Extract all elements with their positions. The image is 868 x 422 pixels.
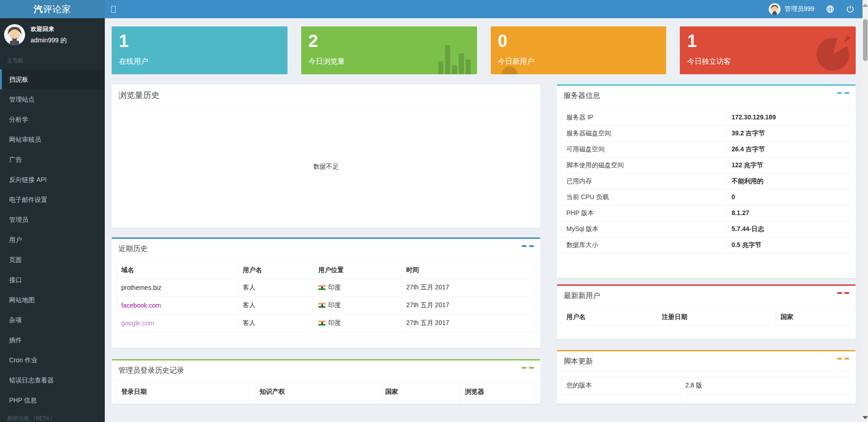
row-value: 8.1.27: [726, 206, 851, 221]
table-header-row: 登录日期 知识产权 国家 浏览器: [117, 384, 536, 401]
panel-title: 最新新用户: [564, 292, 600, 299]
cell-time: 27th 五月 2017: [401, 297, 535, 314]
india-flag-icon: [318, 303, 326, 308]
stat-box-online-users: 1 在线用户: [112, 26, 288, 74]
server-info-row: 服务器磁盘空间39.2 吉字节: [561, 125, 851, 141]
server-info-row: MySql 版本5.7.44-日志: [561, 221, 851, 237]
user-menu[interactable]: 管理员999: [769, 3, 814, 15]
panel-collapse-control[interactable]: [837, 92, 849, 94]
collapse-dash-icon: [844, 292, 849, 294]
main-content: 挡泥板 控制面板 管理 > 挡泥板 1 在线用户 2 今日浏览量 0 今日新用户: [105, 0, 868, 404]
menu-icon[interactable]: [111, 6, 116, 13]
cell-username: 客人: [238, 297, 313, 314]
scrollbar-thumb[interactable]: [863, 19, 868, 61]
domain-link[interactable]: facebook.com: [121, 302, 161, 309]
panel-collapse-control[interactable]: [837, 292, 849, 294]
row-label: 服务器 IP: [562, 110, 726, 125]
sidebar-item-admins[interactable]: 管理员: [0, 210, 105, 230]
sidebar-item-api[interactable]: 接口: [0, 270, 105, 290]
sidebar-footer-header: 高级功能 （BETA）: [0, 410, 105, 422]
col-username: 用户名: [562, 309, 657, 326]
globe-icon[interactable]: [826, 5, 834, 13]
table-row: prothemes.biz 客人 印度 27th 五月 2017: [117, 279, 536, 297]
sidebar-item-sitemap[interactable]: 网站地图: [0, 290, 105, 310]
scroll-up-arrow-icon[interactable]: [863, 4, 868, 7]
sidebar-item-analytics[interactable]: 分析学: [0, 109, 105, 129]
stat-boxes-row: 1 在线用户 2 今日浏览量 0 今日新用户 1 今日独立访客: [112, 26, 856, 74]
sidebar-item-manage-sites[interactable]: 管理站点: [0, 89, 105, 109]
collapse-dash-icon: [844, 92, 849, 94]
table-row: google.com 客人 印度 27th 五月 2017: [117, 314, 536, 332]
vertical-scrollbar[interactable]: [863, 0, 868, 422]
pie-wedge-icon: [837, 35, 852, 51]
row-value: 5.7.44-日志: [726, 221, 851, 237]
stat-value: 0: [498, 31, 659, 51]
sidebar-item-users[interactable]: 用户: [0, 230, 105, 250]
panel-collapse-control[interactable]: [837, 358, 849, 360]
table-header-row: 用户名 注册日期 国家: [562, 309, 851, 326]
collapse-dash-icon: [522, 367, 527, 369]
panel-title: 近期历史: [118, 245, 148, 252]
admin-login-history-table: 登录日期 知识产权 国家 浏览器: [116, 383, 536, 404]
script-version-row: 您的版本 2.8 版: [561, 377, 851, 394]
top-navbar: 汽评论家 管理员999: [0, 0, 868, 18]
person-add-icon: [492, 67, 531, 74]
panel-collapse-control[interactable]: [522, 367, 534, 369]
sidebar-item-site-auditor[interactable]: 网站审核员: [0, 129, 105, 149]
script-updates-panel: 脚本更新 您的版本 2.8 版: [557, 350, 856, 404]
row-value: 0: [726, 190, 851, 205]
sidebar-item-cron-jobs[interactable]: Cron 作业: [0, 350, 105, 370]
collapse-dash-icon: [844, 358, 849, 360]
sidebar-item-ads[interactable]: 广告: [0, 149, 105, 170]
table-row: [117, 401, 536, 404]
scroll-down-arrow-icon[interactable]: [863, 416, 868, 419]
server-info-panel: 服务器信息 服务器 IP172.30.129.189 服务器磁盘空间39.2 吉…: [557, 84, 856, 278]
server-info-row: 数据库大小0.5 兆字节: [561, 237, 851, 253]
power-icon[interactable]: [846, 5, 854, 13]
col-browser: 浏览器: [460, 384, 536, 401]
row-value: 122 兆字节: [726, 158, 851, 173]
recent-history-table: 域名 用户名 用户位置 时间 prothemes.biz 客人 印度 27th …: [116, 262, 536, 332]
row-value: 不能利用的: [726, 174, 851, 189]
col-time: 时间: [401, 262, 535, 279]
stat-label: 今日新用户: [498, 57, 659, 67]
cell-time: 27th 五月 2017: [401, 314, 535, 332]
sidebar-nav-header: 主导航: [0, 51, 105, 69]
stat-box-today-unique-visitors: 1 今日独立访客: [680, 26, 856, 74]
sidebar-item-error-log-viewer[interactable]: 错误日志查看器: [0, 370, 105, 390]
domain-link[interactable]: google.com: [121, 319, 154, 327]
row-value: 0.5 兆字节: [726, 237, 851, 253]
stat-box-today-new-users: 0 今日新用户: [491, 26, 667, 74]
sidebar-item-pages[interactable]: 页面: [0, 250, 105, 270]
server-info-table: 服务器 IP172.30.129.189 服务器磁盘空间39.2 吉字节 可用磁…: [561, 109, 851, 253]
sidebar-item-backlink-api[interactable]: 反向链接 API: [0, 170, 105, 190]
panel-collapse-control[interactable]: [522, 245, 534, 247]
india-flag-icon: [318, 285, 326, 290]
table-header-row: 域名 用户名 用户位置 时间: [117, 262, 536, 279]
user-avatar: [769, 3, 781, 15]
row-value: 26.4 吉字节: [726, 142, 851, 157]
india-flag-icon: [318, 320, 326, 326]
row-label: 您的版本: [562, 377, 680, 394]
row-label: 已用内存: [562, 174, 726, 189]
newest-users-table: 用户名 注册日期 国家: [561, 309, 851, 326]
server-info-row: 可用磁盘空间26.4 吉字节: [561, 141, 851, 157]
collapse-dash-icon: [522, 245, 527, 247]
admin-login-history-panel: 管理员登录历史记录 登录日期 知识产权 国家 浏览器: [112, 359, 540, 404]
sidebar-item-php-info[interactable]: PHP 信息: [0, 390, 105, 410]
col-ip: 知识产权: [255, 384, 380, 401]
chart-empty-message: 数据不足: [313, 163, 339, 171]
sidebar-item-plugins[interactable]: 插件: [0, 330, 105, 350]
views-history-chart-area: 数据不足: [112, 106, 540, 228]
collapse-dash-icon: [529, 245, 534, 247]
welcome-label: 欢迎回来: [31, 25, 67, 33]
sidebar-item-email-settings[interactable]: 电子邮件设置: [0, 190, 105, 210]
domain-link[interactable]: prothemes.biz: [121, 284, 161, 291]
collapse-dash-icon: [529, 367, 534, 369]
app-logo[interactable]: 汽评论家: [0, 0, 105, 18]
sidebar-item-dashboard[interactable]: 挡泥板: [0, 69, 105, 89]
row-label: 当前 CPU 负载: [562, 190, 726, 205]
sidebar-item-misc[interactable]: 杂项: [0, 310, 105, 330]
navbar-strip: 管理员999: [105, 0, 868, 18]
row-label: MySql 版本: [562, 221, 726, 237]
